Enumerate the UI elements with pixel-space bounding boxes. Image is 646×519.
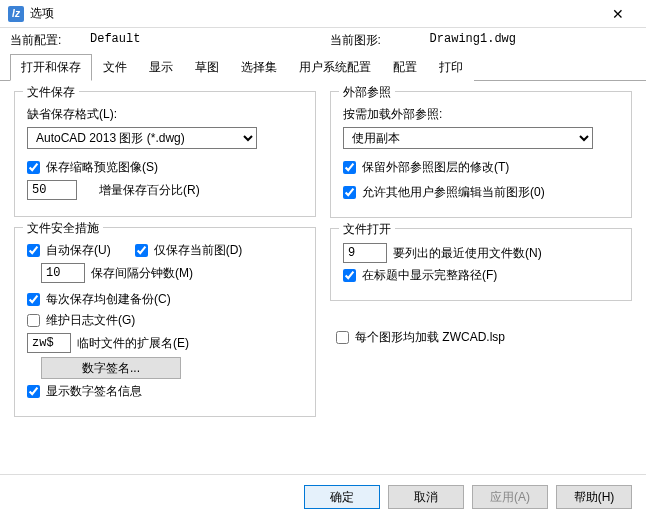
- load-lisp-label: 每个图形均加载 ZWCAD.lsp: [355, 329, 505, 346]
- group-xref: 外部参照 按需加载外部参照: 使用副本 保留外部参照图层的修改(T) 允许其他用…: [330, 91, 632, 218]
- incremental-percent-input[interactable]: [27, 180, 77, 200]
- only-current-checkbox[interactable]: [135, 244, 148, 257]
- default-format-label: 缺省保存格式(L):: [27, 106, 117, 123]
- maintain-log-checkbox[interactable]: [27, 314, 40, 327]
- tab-selection[interactable]: 选择集: [230, 54, 288, 81]
- content: 文件保存 缺省保存格式(L): AutoCAD 2013 图形 (*.dwg) …: [0, 81, 646, 427]
- apply-button[interactable]: 应用(A): [472, 485, 548, 509]
- window-title: 选项: [30, 5, 598, 22]
- current-drawing-value: Drawing1.dwg: [430, 32, 516, 49]
- group-file-open: 文件打开 要列出的最近使用文件数(N) 在标题中显示完整路径(F): [330, 228, 632, 301]
- current-profile-label: 当前配置:: [10, 32, 90, 49]
- retain-changes-checkbox[interactable]: [343, 161, 356, 174]
- demand-load-label: 按需加载外部参照:: [343, 106, 442, 123]
- default-format-select[interactable]: AutoCAD 2013 图形 (*.dwg): [27, 127, 257, 149]
- help-button[interactable]: 帮助(H): [556, 485, 632, 509]
- group-file-open-title: 文件打开: [339, 221, 395, 238]
- autosave-checkbox[interactable]: [27, 244, 40, 257]
- group-xref-title: 外部参照: [339, 84, 395, 101]
- autosave-label: 自动保存(U): [46, 242, 111, 259]
- recent-count-label: 要列出的最近使用文件数(N): [393, 245, 542, 262]
- interval-label: 保存间隔分钟数(M): [91, 265, 193, 282]
- group-file-safety: 文件安全措施 自动保存(U) 仅保存当前图(D) 保存间隔分钟数(M) 每次保存…: [14, 227, 316, 417]
- demand-load-select[interactable]: 使用副本: [343, 127, 593, 149]
- interval-input[interactable]: [41, 263, 85, 283]
- allow-others-label: 允许其他用户参照编辑当前图形(0): [362, 184, 545, 201]
- footer: 确定 取消 应用(A) 帮助(H): [0, 474, 646, 519]
- current-profile-value: Default: [90, 32, 140, 49]
- save-thumbnail-label: 保存缩略预览图像(S): [46, 159, 158, 176]
- backup-each-save-checkbox[interactable]: [27, 293, 40, 306]
- cancel-button[interactable]: 取消: [388, 485, 464, 509]
- save-thumbnail-checkbox[interactable]: [27, 161, 40, 174]
- tab-draft[interactable]: 草图: [184, 54, 230, 81]
- tab-open-save[interactable]: 打开和保存: [10, 54, 92, 81]
- show-digital-info-checkbox[interactable]: [27, 385, 40, 398]
- only-current-label: 仅保存当前图(D): [154, 242, 243, 259]
- close-icon[interactable]: ✕: [598, 0, 638, 28]
- tab-files[interactable]: 文件: [92, 54, 138, 81]
- tab-user-prefs[interactable]: 用户系统配置: [288, 54, 382, 81]
- retain-changes-label: 保留外部参照图层的修改(T): [362, 159, 509, 176]
- temp-ext-input[interactable]: [27, 333, 71, 353]
- full-path-title-label: 在标题中显示完整路径(F): [362, 267, 497, 284]
- titlebar: lz 选项 ✕: [0, 0, 646, 28]
- backup-each-save-label: 每次保存均创建备份(C): [46, 291, 171, 308]
- group-file-safety-title: 文件安全措施: [23, 220, 103, 237]
- show-digital-info-label: 显示数字签名信息: [46, 383, 142, 400]
- recent-count-input[interactable]: [343, 243, 387, 263]
- maintain-log-label: 维护日志文件(G): [46, 312, 135, 329]
- ok-button[interactable]: 确定: [304, 485, 380, 509]
- digital-signature-button[interactable]: 数字签名...: [41, 357, 181, 379]
- current-drawing-label: 当前图形:: [330, 32, 430, 49]
- full-path-title-checkbox[interactable]: [343, 269, 356, 282]
- app-icon: lz: [8, 6, 24, 22]
- tabs: 打开和保存 文件 显示 草图 选择集 用户系统配置 配置 打印: [0, 53, 646, 81]
- group-file-save: 文件保存 缺省保存格式(L): AutoCAD 2013 图形 (*.dwg) …: [14, 91, 316, 217]
- allow-others-checkbox[interactable]: [343, 186, 356, 199]
- group-file-save-title: 文件保存: [23, 84, 79, 101]
- load-lisp-checkbox[interactable]: [336, 331, 349, 344]
- tab-profiles[interactable]: 配置: [382, 54, 428, 81]
- profile-row: 当前配置: Default 当前图形: Drawing1.dwg: [0, 28, 646, 51]
- incremental-percent-label: 增量保存百分比(R): [99, 182, 200, 199]
- right-column: 外部参照 按需加载外部参照: 使用副本 保留外部参照图层的修改(T) 允许其他用…: [330, 91, 632, 417]
- tab-display[interactable]: 显示: [138, 54, 184, 81]
- left-column: 文件保存 缺省保存格式(L): AutoCAD 2013 图形 (*.dwg) …: [14, 91, 316, 417]
- tab-plot[interactable]: 打印: [428, 54, 474, 81]
- temp-ext-label: 临时文件的扩展名(E): [77, 335, 189, 352]
